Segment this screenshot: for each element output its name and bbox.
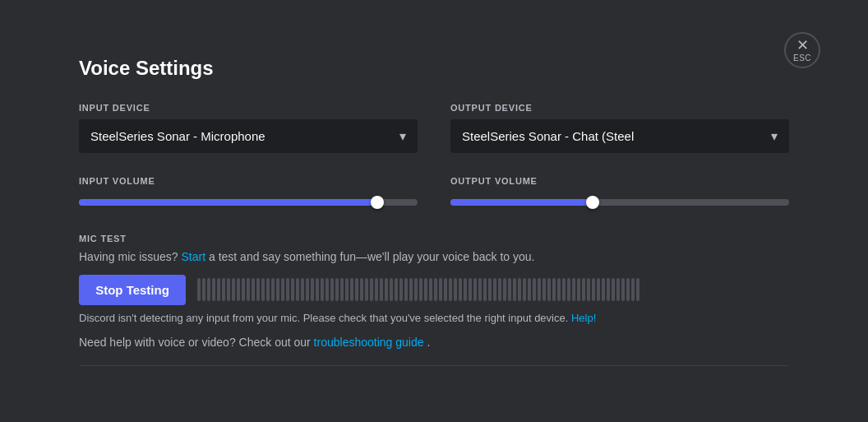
- mic-bar: [577, 278, 580, 301]
- mic-bar: [217, 278, 220, 301]
- input-volume-group: INPUT VOLUME: [79, 176, 418, 211]
- close-icon: ✕: [796, 38, 809, 53]
- mic-bar: [286, 278, 289, 301]
- mic-test-start-link[interactable]: Start: [182, 250, 206, 263]
- no-input-prefix: Discord isn't detecting any input from y…: [79, 312, 568, 324]
- mic-bar: [542, 278, 546, 301]
- mic-bar: [296, 278, 299, 301]
- mic-bar: [444, 278, 447, 301]
- mic-bar: [390, 278, 393, 301]
- mic-bar: [602, 278, 605, 301]
- input-volume-thumb[interactable]: [371, 196, 384, 209]
- mic-bar: [380, 278, 383, 301]
- mic-bar: [316, 278, 319, 301]
- mic-bar: [399, 278, 403, 301]
- mic-bar: [335, 278, 339, 301]
- mic-bar: [355, 278, 358, 301]
- output-device-select-wrapper[interactable]: SteelSeries Sonar - Chat (Steel Default …: [450, 119, 789, 153]
- section-divider: [79, 365, 789, 366]
- troubleshoot-suffix: .: [427, 336, 430, 349]
- mic-bar: [311, 278, 314, 301]
- volumes-row: INPUT VOLUME OUTPUT VOLUME: [79, 176, 789, 211]
- input-device-select-wrapper[interactable]: SteelSeries Sonar - Microphone Default M…: [79, 119, 418, 153]
- mic-bar: [232, 278, 235, 301]
- mic-bar: [261, 278, 265, 301]
- input-volume-fill: [79, 199, 377, 206]
- mic-bar: [321, 278, 324, 301]
- page-title: Voice Settings: [79, 57, 789, 80]
- output-volume-group: OUTPUT VOLUME: [450, 176, 789, 211]
- mic-bar: [626, 278, 630, 301]
- mic-bar: [202, 278, 205, 301]
- mic-bar: [528, 278, 531, 301]
- mic-test-row: Stop Testing: [79, 275, 789, 305]
- mic-bar: [508, 278, 511, 301]
- troubleshoot-text: Need help with voice or video? Check out…: [79, 336, 789, 349]
- mic-bar: [375, 278, 378, 301]
- mic-bar: [538, 278, 541, 301]
- mic-bar: [419, 278, 422, 301]
- mic-bar: [473, 278, 477, 301]
- output-volume-slider-container[interactable]: [450, 194, 789, 211]
- mic-bar: [222, 278, 225, 301]
- input-device-group: INPUT DEVICE SteelSeries Sonar - Microph…: [79, 103, 418, 153]
- mic-bar: [493, 278, 496, 301]
- mic-bar: [557, 278, 561, 301]
- mic-bar: [414, 278, 418, 301]
- input-device-select[interactable]: SteelSeries Sonar - Microphone Default M…: [79, 119, 418, 153]
- mic-bar: [592, 278, 595, 301]
- mic-bar: [256, 278, 260, 301]
- mic-bar: [365, 278, 368, 301]
- mic-bar: [340, 278, 344, 301]
- output-device-group: OUTPUT DEVICE SteelSeries Sonar - Chat (…: [450, 103, 789, 153]
- mic-bar: [207, 278, 210, 301]
- mic-bar: [631, 278, 635, 301]
- mic-bar: [449, 278, 452, 301]
- close-button[interactable]: ✕ ESC: [784, 32, 820, 68]
- mic-bar: [434, 278, 437, 301]
- mic-bar: [533, 278, 536, 301]
- mic-bar: [212, 278, 215, 301]
- output-device-select[interactable]: SteelSeries Sonar - Chat (Steel Default …: [450, 119, 789, 153]
- no-input-help-link[interactable]: Help!: [571, 312, 596, 324]
- mic-bar: [271, 278, 275, 301]
- mic-bar: [469, 278, 472, 301]
- output-volume-label: OUTPUT VOLUME: [450, 176, 789, 186]
- mic-bar: [409, 278, 413, 301]
- mic-bar: [587, 278, 590, 301]
- mic-test-desc-prefix: Having mic issues?: [79, 250, 178, 263]
- voice-settings-modal: ✕ ESC Voice Settings INPUT DEVICE SteelS…: [39, 24, 829, 399]
- mic-bar: [464, 278, 467, 301]
- mic-bar: [478, 278, 482, 301]
- mic-bar: [636, 278, 639, 301]
- mic-bar: [345, 278, 349, 301]
- mic-bar: [330, 278, 334, 301]
- mic-bar: [562, 278, 566, 301]
- mic-bar: [483, 278, 487, 301]
- input-device-label: INPUT DEVICE: [79, 103, 418, 113]
- mic-bar: [439, 278, 442, 301]
- mic-bar: [266, 278, 270, 301]
- output-volume-thumb[interactable]: [586, 196, 599, 209]
- mic-bar: [616, 278, 620, 301]
- mic-test-description: Having mic issues? Start a test and say …: [79, 250, 789, 263]
- no-input-message: Discord isn't detecting any input from y…: [79, 312, 789, 324]
- mic-bar: [370, 278, 373, 301]
- troubleshoot-link[interactable]: troubleshooting guide: [314, 336, 424, 349]
- mic-bar: [247, 278, 250, 301]
- mic-bar: [276, 278, 279, 301]
- input-volume-slider-container[interactable]: [79, 194, 418, 211]
- input-volume-track: [79, 199, 418, 206]
- mic-bar: [454, 278, 457, 301]
- output-device-label: OUTPUT DEVICE: [450, 103, 789, 113]
- output-volume-track: [450, 199, 789, 206]
- mic-bar: [306, 278, 309, 301]
- mic-bar: [360, 278, 363, 301]
- output-volume-fill: [450, 199, 593, 206]
- mic-bar: [459, 278, 462, 301]
- mic-bar: [513, 278, 516, 301]
- mic-bar: [518, 278, 521, 301]
- mic-bar: [567, 278, 570, 301]
- stop-testing-button[interactable]: Stop Testing: [79, 275, 186, 305]
- esc-label: ESC: [793, 54, 811, 63]
